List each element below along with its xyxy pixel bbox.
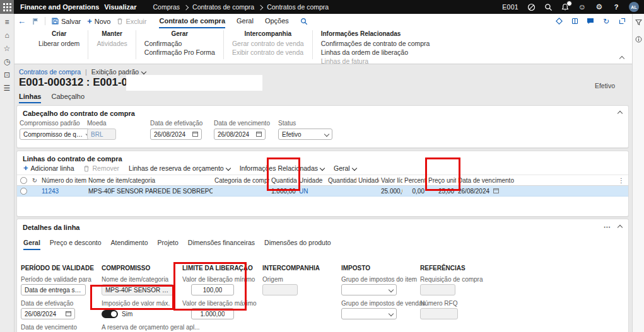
column-header-nome-item[interactable]: Nome de item/categoria <box>86 177 213 184</box>
calendar-icon[interactable] <box>256 131 262 138</box>
home-icon[interactable]: ⌂ <box>2 31 12 39</box>
notifications-bell-icon[interactable] <box>561 3 570 11</box>
waffle-menu-icon[interactable] <box>0 0 14 14</box>
data-vencimento-input[interactable]: 26/08/2024 <box>214 129 266 140</box>
favorites-star-icon[interactable]: ☆ <box>2 45 12 52</box>
refresh-icon[interactable]: ↻ <box>602 17 611 26</box>
confirmacoes-contrato-button[interactable]: Confirmações de contrato de compra <box>321 39 430 48</box>
column-options-icon[interactable]: ⋮ <box>618 177 628 184</box>
column-header-unidade2[interactable]: Unidade d... <box>356 177 379 184</box>
collapse-section-icon[interactable] <box>618 111 623 116</box>
tab-opcoes[interactable]: Opções <box>265 14 289 28</box>
tab-detail-geral[interactable]: Geral <box>23 239 40 250</box>
column-header-quantidad2[interactable]: Quantidad... <box>326 177 356 184</box>
confirmacao-button[interactable]: Confirmação <box>144 39 215 48</box>
delete-button[interactable]: Excluir <box>117 18 146 25</box>
company-selector[interactable]: E001 <box>502 3 518 11</box>
new-button[interactable]: + Novo <box>87 16 110 26</box>
workspaces-icon[interactable]: ⊡ <box>2 71 12 79</box>
tab-atendimento[interactable]: Atendimento <box>111 239 148 250</box>
gerar-contrato-venda-button[interactable]: Gerar contrato de venda <box>232 39 304 48</box>
remove-line-button[interactable]: Remover <box>83 164 119 172</box>
column-header-percentual[interactable]: Percentual... <box>402 177 426 184</box>
compromisso-padrao-combobox[interactable]: Compromisso de quantida... <box>20 129 94 140</box>
imposicao-valor-max-toggle[interactable] <box>102 310 118 318</box>
unidade-link[interactable]: UN <box>297 188 326 195</box>
periodo-validade-input[interactable]: Data de entrega soli.. <box>21 284 86 295</box>
search-icon[interactable] <box>544 3 553 11</box>
field-label: Data de efetivação <box>150 120 202 127</box>
chevron-down-icon <box>324 132 329 137</box>
message-icon[interactable] <box>586 17 595 26</box>
column-header-categoria[interactable]: Categoria de compras <box>213 177 269 184</box>
share-icon[interactable] <box>554 17 563 26</box>
liberar-ordem-button[interactable]: Liberar ordem <box>38 39 79 48</box>
column-header-numero-item[interactable]: Número do item <box>40 177 86 184</box>
settings-gear-icon[interactable]: ⚙ <box>595 3 604 11</box>
status-combobox[interactable]: Efetivo <box>278 129 332 140</box>
tab-projeto[interactable]: Projeto <box>158 239 179 250</box>
data-efetivacao-input[interactable]: 26/08/2024 <box>150 129 202 140</box>
select-all-radio[interactable] <box>20 177 27 184</box>
ribbon-group-criar: Criar Liberar ordem <box>30 30 88 59</box>
grupo-impostos-item-combobox[interactable] <box>341 284 397 295</box>
column-header-valor-liquido[interactable]: Valor líquido <box>379 177 402 184</box>
tab-geral[interactable]: Geral <box>237 14 254 28</box>
atividades-button[interactable]: Atividades <box>97 39 127 48</box>
column-header-preco-unitario[interactable]: Preço unit... <box>426 177 456 184</box>
list-page-link[interactable]: Contratos de compra <box>19 68 81 76</box>
tab-preco-desconto[interactable]: Preço e desconto <box>50 239 102 250</box>
general-menu[interactable]: Geral <box>334 164 356 172</box>
chevron-right-icon <box>184 4 189 9</box>
row-refresh-icon[interactable]: ↻ <box>30 177 40 184</box>
tab-dimensoes-produto[interactable]: Dimensões do produto <box>264 239 331 250</box>
linhas-ordem-liberacao-button[interactable]: Linhas da ordem de liberação <box>321 48 430 57</box>
breadcrumb-item-contratos-2[interactable]: Contratos de compra <box>267 3 329 11</box>
save-button[interactable]: Salvar <box>52 18 81 25</box>
budget-reservation-menu[interactable]: Linhas de reserva de orçamento <box>129 164 230 172</box>
calendar-icon[interactable] <box>192 131 198 138</box>
flag-icon[interactable] <box>32 18 38 25</box>
open-in-new-window-icon[interactable] <box>618 17 626 26</box>
tab-dimensoes-financeiras[interactable]: Dimensões financeiras <box>188 239 255 250</box>
hamburger-menu-icon[interactable]: ≡ <box>2 18 12 26</box>
row-select-radio[interactable] <box>20 188 27 195</box>
valor-liberacao-minimo-input[interactable]: 100,00 <box>191 284 234 295</box>
column-header-data-vencimento[interactable]: Data de vencimento <box>456 177 618 184</box>
breadcrumb-item-compras[interactable]: Compras <box>153 3 180 11</box>
column-header-quantidade[interactable]: Quantidade <box>269 177 297 184</box>
help-icon[interactable]: ? <box>612 3 621 11</box>
breadcrumb-item-contratos[interactable]: Contratos de compra <box>192 3 254 11</box>
tab-contrato-de-compra[interactable]: Contrato de compra <box>159 14 225 28</box>
field-label: Data de vencimento <box>21 324 98 331</box>
attach-icon[interactable] <box>570 17 579 26</box>
grupo-impostos-vendas-combobox[interactable] <box>341 308 397 319</box>
field-data-efetivacao: Data de efetivação 26/08/2024 <box>150 120 202 140</box>
detail-data-efetivacao-input[interactable]: 26/08/2024 <box>21 308 75 319</box>
filter-funnel-icon[interactable] <box>635 19 642 27</box>
column-header-unidade[interactable]: Unidade <box>297 177 326 184</box>
recent-clock-icon[interactable]: ◷ <box>2 58 12 66</box>
confirmacao-pro-forma-button[interactable]: Confirmação Pro Forma <box>144 48 215 57</box>
item-number-link[interactable]: 11243 <box>40 188 86 195</box>
table-row[interactable]: 11243 MPS-40F SENSOR PAREDE DE SOBREPOR … <box>17 186 628 197</box>
section-title: Linhas do contrato de compra <box>23 155 122 163</box>
exibir-contrato-venda-button[interactable]: Exibir contrato de venda <box>232 48 304 57</box>
tab-cabecalho[interactable]: Cabeçalho <box>51 93 85 103</box>
action-search-icon[interactable] <box>300 18 308 25</box>
collapse-section-icon[interactable] <box>618 224 623 229</box>
more-options-icon[interactable]: ⋯ <box>604 223 611 231</box>
calendar-icon[interactable] <box>493 188 499 195</box>
feedback-smiley-icon[interactable]: ☺ <box>578 3 587 11</box>
info-icon[interactable] <box>635 36 642 44</box>
calendar-icon[interactable] <box>66 311 71 318</box>
tab-linhas[interactable]: Linhas <box>19 93 41 103</box>
add-line-button[interactable]: +Adicionar linha <box>23 164 74 172</box>
related-information-menu[interactable]: Informações Relacionadas <box>240 164 324 172</box>
linhas-fatura-button[interactable]: Linhas de fatura <box>321 57 430 66</box>
valor-liberacao-maximo-input[interactable]: 1.000,00 <box>191 308 234 319</box>
user-avatar[interactable]: AL <box>629 2 639 12</box>
modules-list-icon[interactable]: ☰ <box>2 84 12 92</box>
back-icon[interactable]: ← <box>18 16 26 26</box>
environment-status-icon[interactable] <box>527 3 536 11</box>
